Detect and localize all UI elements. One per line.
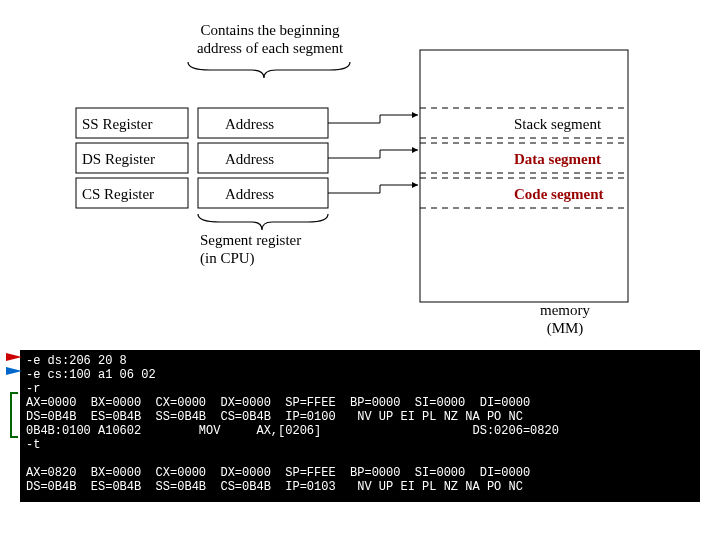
arrow-blue-icon [6, 367, 22, 375]
segment-register-caption-1: Segment register [200, 232, 301, 249]
header-line-1: Contains the beginning [170, 22, 370, 39]
data-segment-label: Data segment [514, 151, 601, 168]
arrow-red-icon [6, 353, 22, 361]
ss-register-label: SS Register [82, 116, 152, 133]
header-line-2: address of each segment [170, 40, 370, 57]
segment-register-caption-2: (in CPU) [200, 250, 255, 267]
cs-address-label: Address [225, 186, 274, 203]
cs-register-label: CS Register [82, 186, 154, 203]
memory-caption-2: (MM) [500, 320, 630, 337]
svg-rect-6 [420, 50, 628, 302]
debug-console: -e ds:206 20 8 -e cs:100 a1 06 02 -r AX=… [20, 350, 700, 502]
bracket-icon [10, 392, 18, 438]
code-segment-label: Code segment [514, 186, 604, 203]
memory-caption-1: memory [500, 302, 630, 319]
ss-address-label: Address [225, 116, 274, 133]
ds-register-label: DS Register [82, 151, 155, 168]
stack-segment-label: Stack segment [514, 116, 601, 133]
ds-address-label: Address [225, 151, 274, 168]
